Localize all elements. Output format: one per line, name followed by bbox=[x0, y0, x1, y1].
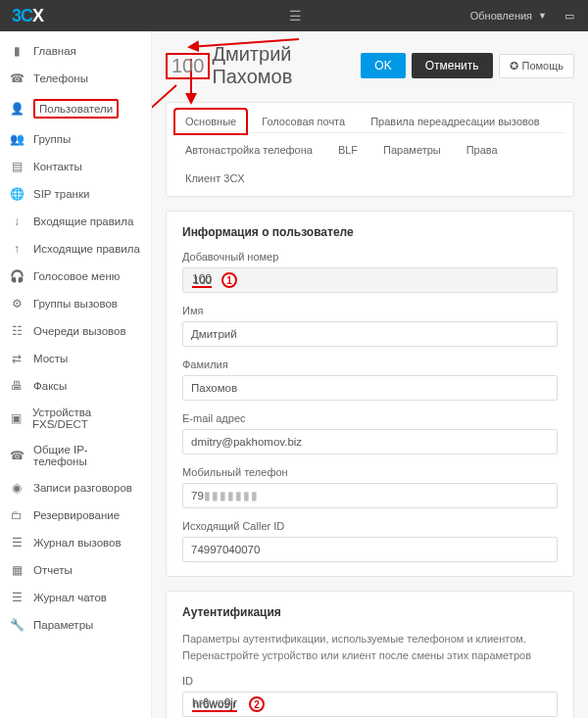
annotation-badge-1: 1 bbox=[221, 272, 237, 288]
user-info-panel: Информация о пользователе Добавочный ном… bbox=[166, 211, 574, 577]
sidebar-item-12[interactable]: 🖶Факсы bbox=[0, 372, 151, 400]
fname-input[interactable] bbox=[182, 321, 558, 347]
mobile-blurred: ▮▮▮▮▮▮▮ bbox=[204, 490, 259, 502]
sidebar-item-3[interactable]: 👥Группы bbox=[0, 125, 151, 153]
id-input[interactable] bbox=[182, 692, 558, 717]
address-book-icon: ▤ bbox=[10, 160, 24, 173]
bar-chart-icon: ▮ bbox=[10, 44, 24, 58]
title-extension: 100 bbox=[166, 53, 210, 79]
sidebar-item-18[interactable]: ▦Отчеты bbox=[0, 556, 151, 584]
sidebar-item-label: Журнал вызовов bbox=[33, 537, 122, 549]
sidebar-item-label: Записи разговоров bbox=[33, 482, 132, 494]
sidebar-item-9[interactable]: ⚙Группы вызовов bbox=[0, 290, 151, 317]
sidebar-item-label: Группы вызовов bbox=[33, 298, 118, 310]
sidebar-item-13[interactable]: ▣Устройства FXS/DECT bbox=[0, 400, 151, 437]
phone-icon: ☎ bbox=[10, 72, 24, 85]
backup-icon: 🗀 bbox=[10, 508, 24, 522]
ext-underline: 100 bbox=[192, 272, 212, 288]
sidebar-item-15[interactable]: ◉Записи разговоров bbox=[0, 474, 151, 502]
record-icon: ◉ bbox=[10, 481, 24, 495]
logo-x: X bbox=[32, 6, 43, 26]
tab-Права[interactable]: Права bbox=[456, 137, 509, 162]
sidebar-item-7[interactable]: ↑Исходящие правила bbox=[0, 235, 151, 263]
cancel-button[interactable]: Отменить bbox=[412, 53, 493, 78]
top-right: Обновления ▼ ▭ bbox=[470, 10, 576, 23]
sidebar-item-11[interactable]: ⇄Мосты bbox=[0, 345, 151, 372]
title-name: Дмитрий Пахомов bbox=[212, 43, 361, 88]
menu-toggle-icon[interactable]: ☰ bbox=[289, 8, 302, 24]
auth-panel: Аутентификация Параметры аутентификации,… bbox=[166, 591, 574, 718]
tab-Голосовая почта[interactable]: Голосовая почта bbox=[251, 109, 356, 133]
ext-label: Добавочный номер bbox=[182, 251, 558, 263]
auth-desc: Параметры аутентификации, используемые т… bbox=[182, 631, 558, 663]
sidebar-item-label: Журнал чатов bbox=[33, 592, 107, 603]
annotation-badge-2: 2 bbox=[249, 696, 265, 712]
tab-Основные[interactable]: Основные bbox=[174, 109, 247, 134]
email-input[interactable] bbox=[182, 429, 558, 455]
download-icon: ↓ bbox=[10, 215, 24, 228]
tab-Автонастройка телефона[interactable]: Автонастройка телефона bbox=[174, 137, 323, 162]
panel-title: Аутентификация bbox=[182, 605, 558, 619]
globe-icon: 🌐 bbox=[10, 187, 24, 201]
lname-label: Фамилия bbox=[182, 359, 558, 370]
notification-icon[interactable]: ▭ bbox=[563, 10, 576, 23]
help-button[interactable]: ✪Помощь bbox=[499, 54, 575, 78]
chat-log-icon: ☰ bbox=[10, 591, 24, 604]
headset-icon: 🎧 bbox=[10, 269, 24, 283]
sidebar-item-0[interactable]: ▮Главная bbox=[0, 37, 151, 65]
sidebar-item-4[interactable]: ▤Контакты bbox=[0, 153, 151, 180]
page-header: 100Дмитрий Пахомов OK Отменить ✪Помощь bbox=[166, 43, 574, 88]
page-title: 100Дмитрий Пахомов bbox=[166, 43, 361, 88]
users-icon: 👥 bbox=[10, 132, 24, 146]
sidebar-item-label: Пользователи bbox=[39, 103, 113, 115]
tab-Правила переадресации вызовов[interactable]: Правила переадресации вызовов bbox=[360, 109, 551, 133]
device-icon: ▣ bbox=[10, 411, 23, 425]
logo-3c: 3C bbox=[12, 6, 32, 26]
logo: 3CX bbox=[12, 6, 43, 26]
sidebar-item-label: Параметры bbox=[33, 619, 93, 631]
email-label: E-mail адрес bbox=[182, 412, 558, 424]
sidebar-item-16[interactable]: 🗀Резервирование bbox=[0, 502, 151, 529]
id-label: ID bbox=[182, 675, 558, 687]
sidebar-item-label: Телефоны bbox=[33, 72, 88, 84]
upload-icon: ↑ bbox=[10, 242, 24, 256]
sidebar-item-label: Резервирование bbox=[33, 509, 120, 521]
id-underline: hr6wo9jr bbox=[192, 696, 237, 712]
sidebar-item-20[interactable]: 🔧Параметры bbox=[0, 611, 151, 639]
tab-BLF[interactable]: BLF bbox=[327, 137, 368, 162]
sidebar-item-8[interactable]: 🎧Голосовое меню bbox=[0, 263, 151, 290]
user-icon: 👤 bbox=[10, 102, 24, 116]
tabs: ОсновныеГолосовая почтаПравила переадрес… bbox=[166, 102, 574, 197]
mobile-prefix: 79 bbox=[191, 490, 204, 502]
sidebar-item-label: Устройства FXS/DECT bbox=[32, 407, 141, 430]
cid-input[interactable] bbox=[182, 537, 558, 562]
tab-Параметры[interactable]: Параметры bbox=[372, 137, 452, 162]
fname-label: Имя bbox=[182, 305, 558, 316]
sidebar-item-label: Отчеты bbox=[33, 564, 73, 576]
sidebar-item-17[interactable]: ☰Журнал вызовов bbox=[0, 529, 151, 556]
sidebar-item-2[interactable]: 👤Пользователи bbox=[0, 92, 151, 125]
topbar: 3CX ☰ Обновления ▼ ▭ bbox=[0, 0, 588, 31]
content: 100Дмитрий Пахомов OK Отменить ✪Помощь О… bbox=[152, 31, 588, 718]
sidebar-item-label: Контакты bbox=[33, 161, 82, 172]
sidebar-item-10[interactable]: ☷Очереди вызовов bbox=[0, 317, 151, 345]
sidebar-item-14[interactable]: ☎Общие IP-телефоны bbox=[0, 437, 151, 474]
sidebar-item-label: Мосты bbox=[33, 353, 68, 364]
deskphone-icon: ☎ bbox=[10, 449, 24, 462]
caret-down-icon[interactable]: ▼ bbox=[538, 11, 547, 21]
updates-menu[interactable]: Обновления bbox=[470, 10, 532, 22]
sidebar-item-label: Очереди вызовов bbox=[33, 325, 126, 337]
sidebar-item-19[interactable]: ☰Журнал чатов bbox=[0, 584, 151, 611]
cid-label: Исходящий Caller ID bbox=[182, 520, 558, 532]
help-icon: ✪ bbox=[510, 60, 518, 72]
sidebar-item-5[interactable]: 🌐SIP транки bbox=[0, 180, 151, 208]
ext-input[interactable] bbox=[182, 267, 558, 293]
sidebar-item-label: SIP транки bbox=[33, 188, 89, 200]
lname-input[interactable] bbox=[182, 375, 558, 401]
tab-Клиент 3CX[interactable]: Клиент 3CX bbox=[174, 166, 256, 190]
mobile-label: Мобильный телефон bbox=[182, 466, 558, 478]
sidebar-item-1[interactable]: ☎Телефоны bbox=[0, 65, 151, 92]
settings-icon: 🔧 bbox=[10, 618, 24, 632]
ok-button[interactable]: OK bbox=[361, 53, 405, 78]
sidebar-item-6[interactable]: ↓Входящие правила bbox=[0, 208, 151, 235]
